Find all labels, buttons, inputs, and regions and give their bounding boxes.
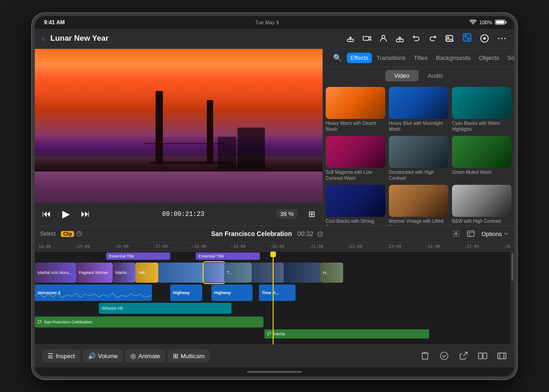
- redo-icon[interactable]: [428, 34, 437, 43]
- effect-heavy-blue[interactable]: Heavy Blue with Moonlight Wash: [389, 87, 448, 132]
- volume-button[interactable]: 🔊 Volume: [82, 349, 123, 362]
- inspect-icon: ☰: [48, 352, 54, 360]
- effect-soft-magenta[interactable]: Soft Magenta with Low Contrast Wash: [326, 136, 385, 181]
- video-track: Martial Arts Mura... Pageant Winner Mark…: [35, 262, 514, 284]
- sfx-track: Whoosh Hit: [35, 302, 514, 315]
- bridge-tower-right: [207, 100, 213, 164]
- highway-clip-1[interactable]: Highway: [170, 285, 202, 301]
- camera-icon[interactable]: [362, 34, 371, 43]
- tab-titles[interactable]: Titles: [410, 53, 431, 63]
- person-icon[interactable]: [379, 34, 388, 43]
- back-button[interactable]: ‹: [42, 34, 45, 43]
- trash-icon[interactable]: [420, 351, 430, 361]
- effect-cool-blacks[interactable]: Cool Blacks with Strong Contrast: [326, 185, 385, 226]
- confirm-icon[interactable]: [439, 351, 449, 361]
- video-clip-8[interactable]: [284, 263, 320, 283]
- ruler-mark-11: :25:00: [464, 244, 479, 249]
- options-button[interactable]: Options: [481, 231, 509, 237]
- timeline-scrollbar[interactable]: [511, 252, 514, 344]
- video-clip-5[interactable]: [158, 263, 204, 283]
- scrollbar-thumb[interactable]: [511, 253, 513, 281]
- rewind-button[interactable]: ⏮: [42, 209, 51, 219]
- chevron-down-icon: [503, 231, 509, 236]
- effect-warmer-vintage[interactable]: Warmer Vintage with Lifted Blacks: [389, 185, 448, 226]
- effect-green-muted[interactable]: Green Muted Wash: [452, 136, 511, 181]
- highway-clip-2[interactable]: Highway: [211, 285, 253, 301]
- title-clip-2[interactable]: Essential Title: [196, 252, 260, 260]
- effect-desaturated[interactable]: Desaturated with High Contrast: [389, 136, 448, 181]
- undo-icon[interactable]: [412, 34, 421, 43]
- play-button[interactable]: ▶: [62, 208, 70, 220]
- upload-icon[interactable]: [346, 34, 355, 43]
- search-button[interactable]: 🔍: [329, 52, 346, 64]
- crop-icon[interactable]: [497, 351, 507, 361]
- inertia-clip[interactable]: Inertia: [264, 329, 429, 338]
- sfc-clip[interactable]: San Francisco Celebration: [35, 317, 264, 328]
- video-clip-2[interactable]: Pageant Winner: [76, 263, 113, 283]
- layout-icon[interactable]: [467, 230, 475, 238]
- gap2: [202, 285, 211, 301]
- tab-video[interactable]: Video: [385, 70, 419, 81]
- photo-library-icon[interactable]: [445, 33, 455, 43]
- effect-label-heavy-warm: Heavy Warm with Desert Wash: [326, 120, 385, 132]
- tab-objects[interactable]: Objects: [475, 53, 503, 63]
- video-clip-9[interactable]: H...: [320, 263, 343, 283]
- timeh-clip[interactable]: Time H...: [259, 285, 296, 301]
- effect-label-cyan: Cyan Blacks with Warm Highlights: [452, 120, 511, 132]
- ruler-mark-3: :17:00: [153, 244, 168, 249]
- ipad-screen: 9:41 AM Tue May 9 100% ‹ Lunar New Year: [35, 16, 514, 376]
- ruler-mark-12: :26: [503, 244, 511, 249]
- effect-bw-high[interactable]: B&W with High Contrast: [452, 185, 511, 226]
- effect-label-vintage: Warmer Vintage with Lifted Blacks: [389, 218, 448, 226]
- share-icon[interactable]: [395, 34, 404, 43]
- home-indicator: [35, 367, 514, 376]
- voiceover-clip[interactable]: Voiceover 3: [35, 285, 152, 301]
- inertia-track: Inertia: [35, 329, 514, 338]
- audio-row: Voiceover 3 Highway H: [35, 285, 514, 301]
- zoom-level[interactable]: 38 %: [276, 209, 297, 219]
- multicam-button[interactable]: ⊞ Multicam: [167, 349, 210, 362]
- title-clip-1[interactable]: Essential Title: [106, 252, 170, 260]
- effect-label-heavy-blue: Heavy Blue with Moonlight Wash: [389, 120, 448, 132]
- inspect-button[interactable]: ☰ Inspect: [42, 349, 81, 362]
- more-icon[interactable]: [497, 33, 507, 43]
- view-toggle[interactable]: ⊞: [308, 209, 315, 219]
- video-clip-3[interactable]: Marke...: [113, 263, 135, 283]
- playhead-handle[interactable]: [270, 252, 276, 257]
- city-skyline: [35, 135, 323, 172]
- effects-icon-container[interactable]: [462, 32, 472, 44]
- effect-heavy-warm[interactable]: Heavy Warm with Desert Wash: [326, 87, 385, 132]
- clip-badge: Clip: [61, 231, 82, 237]
- video-clip-selected[interactable]: [204, 263, 224, 283]
- ruler-mark-5: :19:00: [231, 244, 246, 249]
- info-icon[interactable]: [317, 231, 323, 237]
- video-clip-7[interactable]: [252, 263, 284, 283]
- main-content: ⏮ ▶ ⏭ 00:00:21:23 38 % ⊞ 🔍 Effects Trans…: [35, 49, 514, 226]
- svg-rect-17: [468, 231, 474, 236]
- video-clip-4[interactable]: Yell...: [135, 263, 158, 283]
- tab-audio[interactable]: Audio: [419, 70, 452, 81]
- audio-icon[interactable]: [479, 33, 490, 43]
- gear-icon[interactable]: [452, 230, 460, 238]
- tab-backgrounds[interactable]: Backgrounds: [432, 53, 474, 63]
- svg-point-10: [483, 37, 486, 40]
- detach-icon[interactable]: [458, 351, 468, 361]
- forward-button[interactable]: ⏭: [81, 209, 90, 219]
- left-panel: ⏮ ▶ ⏭ 00:00:21:23 38 % ⊞: [35, 49, 323, 226]
- ruler-mark-9: :23:00: [386, 244, 401, 249]
- animate-button[interactable]: ◎ Animate: [125, 349, 166, 362]
- svg-point-11: [498, 38, 500, 39]
- split-icon[interactable]: [478, 351, 488, 361]
- tab-transitions[interactable]: Transitions: [373, 53, 409, 63]
- tab-soundtracks[interactable]: Soundtracks: [504, 53, 514, 63]
- effect-cyan-blacks[interactable]: Cyan Blacks with Warm Highlights: [452, 87, 511, 132]
- playhead[interactable]: [273, 252, 274, 344]
- tab-effects[interactable]: Effects: [347, 53, 372, 63]
- video-audio-tabs: Video Audio: [323, 67, 514, 84]
- video-clip-1[interactable]: Martial Arts Mura...: [35, 263, 76, 283]
- whoosh-clip[interactable]: Whoosh Hit: [99, 303, 231, 314]
- svg-point-2: [382, 35, 385, 38]
- timecode-display: 00:00:21:23: [101, 210, 265, 218]
- video-clip-6[interactable]: T...: [224, 263, 252, 283]
- ruler-mark-6: :20:00: [269, 244, 285, 249]
